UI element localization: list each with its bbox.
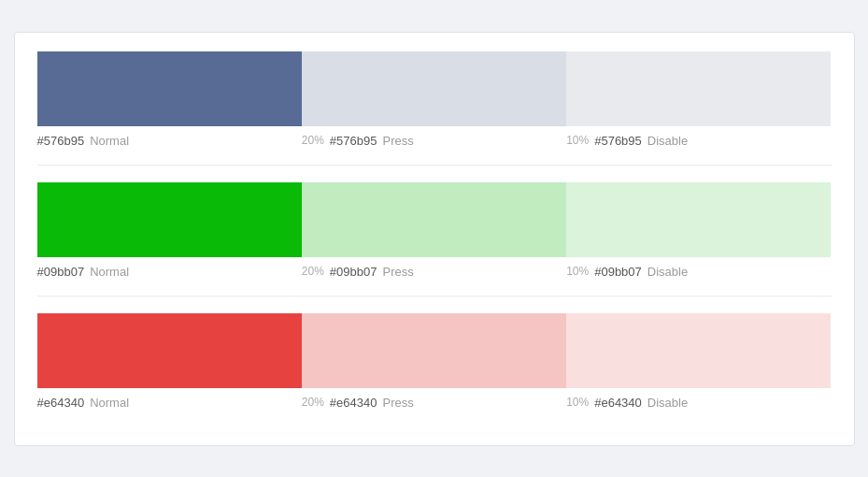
labels-green: #09bb07 Normal 20% #09bb07 Press 10% #09… <box>37 265 832 279</box>
color-row-red: #e64340 Normal 20% #e64340 Press 10% #e6… <box>37 313 832 410</box>
hex-red-press: #e64340 <box>330 396 377 410</box>
color-palette-container: #576b95 Normal 20% #576b95 Press 10% #57… <box>14 32 855 446</box>
labels-blue: #576b95 Normal 20% #576b95 Press 10% #57… <box>37 134 832 148</box>
swatch-red-press <box>302 313 566 388</box>
state-blue-normal: Normal <box>90 134 129 148</box>
swatches-blue <box>37 51 832 126</box>
hex-red-normal: #e64340 <box>37 396 85 410</box>
label-group-green-normal: #09bb07 Normal <box>37 265 302 279</box>
divider-2 <box>37 296 832 296</box>
state-green-press: Press <box>382 265 413 279</box>
swatch-green-press <box>302 182 566 257</box>
pct-blue-press: 20% <box>302 134 324 147</box>
label-group-red-disable: 10% #e64340 Disable <box>566 396 831 410</box>
state-green-normal: Normal <box>90 265 129 279</box>
hex-green-normal: #09bb07 <box>37 265 85 279</box>
hex-blue-press: #576b95 <box>330 134 377 148</box>
swatch-blue-normal <box>37 51 302 126</box>
label-group-green-disable: 10% #09bb07 Disable <box>566 265 831 279</box>
swatch-green-disable <box>566 182 831 257</box>
hex-green-press: #09bb07 <box>330 265 377 279</box>
swatches-green <box>37 182 832 257</box>
state-red-press: Press <box>382 396 413 410</box>
hex-red-disable: #e64340 <box>594 396 642 410</box>
pct-green-press: 20% <box>302 265 324 278</box>
divider-1 <box>37 165 832 166</box>
state-red-normal: Normal <box>90 396 129 410</box>
label-group-blue-press: 20% #576b95 Press <box>302 134 566 148</box>
label-group-blue-normal: #576b95 Normal <box>37 134 302 148</box>
swatch-blue-disable <box>566 51 831 126</box>
pct-green-disable: 10% <box>566 265 589 278</box>
label-group-red-press: 20% #e64340 Press <box>302 396 566 410</box>
swatch-green-normal <box>37 182 302 257</box>
hex-blue-normal: #576b95 <box>37 134 85 148</box>
pct-red-press: 20% <box>302 396 324 409</box>
label-group-red-normal: #e64340 Normal <box>37 396 302 410</box>
state-blue-disable: Disable <box>647 134 688 148</box>
color-row-blue: #576b95 Normal 20% #576b95 Press 10% #57… <box>37 51 832 148</box>
hex-blue-disable: #576b95 <box>594 134 642 148</box>
pct-red-disable: 10% <box>566 396 589 409</box>
color-row-green: #09bb07 Normal 20% #09bb07 Press 10% #09… <box>37 182 832 279</box>
pct-blue-disable: 10% <box>566 134 589 147</box>
swatch-blue-press <box>302 51 566 126</box>
swatch-red-disable <box>566 313 831 388</box>
swatches-red <box>37 313 832 388</box>
label-group-green-press: 20% #09bb07 Press <box>302 265 566 279</box>
state-green-disable: Disable <box>647 265 688 279</box>
state-blue-press: Press <box>382 134 413 148</box>
labels-red: #e64340 Normal 20% #e64340 Press 10% #e6… <box>37 396 832 410</box>
swatch-red-normal <box>37 313 302 388</box>
state-red-disable: Disable <box>647 396 688 410</box>
hex-green-disable: #09bb07 <box>594 265 642 279</box>
label-group-blue-disable: 10% #576b95 Disable <box>566 134 831 148</box>
